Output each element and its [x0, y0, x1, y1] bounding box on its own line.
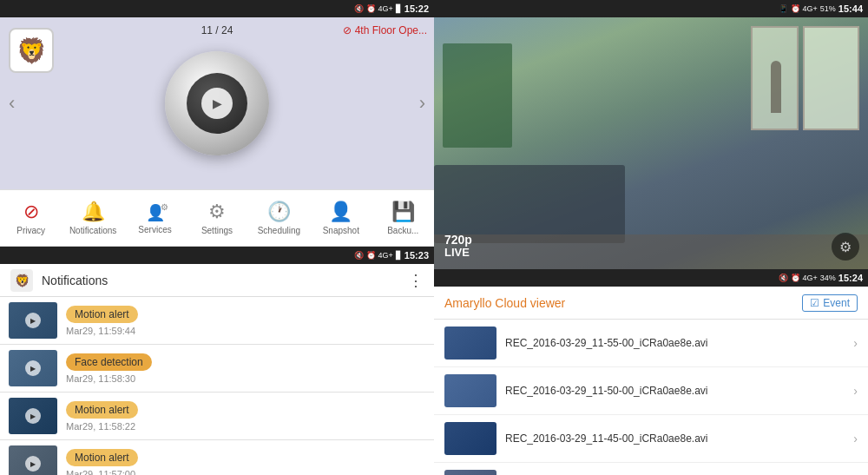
- snapshot-label: Snapshot: [323, 226, 359, 235]
- live-feed: 720p LIVE ⚙: [434, 17, 868, 269]
- snapshot-icon: 👤: [329, 201, 352, 223]
- notification-list: ▶ Motion alert Mar29, 11:59:44 ▶ Face de…: [0, 297, 434, 475]
- battery-icon-right-mid: 34%: [820, 274, 836, 282]
- battery-icon-left-top: ▊: [396, 4, 402, 13]
- notifications-menu-button[interactable]: ⋮: [408, 271, 424, 290]
- camera-counter: 11 / 24: [201, 24, 233, 36]
- notification-time: Mar29, 11:59:44: [66, 326, 425, 336]
- notification-time: Mar29, 11:58:22: [66, 421, 425, 432]
- toolbar-item-snapshot[interactable]: 👤 Snapshot: [317, 201, 365, 235]
- chevron-right-icon: ›: [853, 384, 858, 398]
- resolution-label: 720p: [444, 234, 472, 246]
- alert-badge: Face detection: [66, 353, 152, 371]
- notifications-header: 🦁 Notifications ⋮: [0, 264, 434, 297]
- list-item[interactable]: REC_2016-03-29_11-50-00_iCRa0ae8e.avi ›: [434, 367, 868, 415]
- thumb-play-icon: ▶: [25, 313, 41, 328]
- list-item[interactable]: ▶ Motion alert Mar29, 11:59:44: [0, 297, 434, 345]
- toolbar-item-scheduling[interactable]: 🕐 Scheduling: [255, 201, 303, 235]
- time-right-top: 15:44: [838, 3, 863, 14]
- recording-thumb: [444, 327, 496, 360]
- privacy-icon: ⊘: [23, 201, 39, 223]
- notification-thumb: ▶: [9, 445, 57, 475]
- cloud-header: Amaryllo Cloud viewer ☑ Event: [434, 287, 868, 320]
- event-label: Event: [823, 297, 850, 309]
- mute-icon-r: 🔇: [779, 274, 788, 282]
- backup-label: Backu...: [387, 226, 418, 235]
- toolbar-item-services[interactable]: 👤⚙ Services: [131, 202, 179, 234]
- right-panel: 📱 ⏰ 4G+ 51% 15:44: [434, 0, 868, 475]
- list-item[interactable]: REC_2016-03-29_11-55-00_iCRa0ae8e.avi ›: [434, 320, 868, 367]
- notifications-panel: 🦁 Notifications ⋮ ▶ Motion alert Mar29, …: [0, 264, 434, 475]
- alert-badge: Motion alert: [66, 306, 138, 323]
- recording-thumb: [444, 470, 496, 475]
- toolbar-item-backup[interactable]: 💾 Backu...: [379, 201, 427, 235]
- notification-content: Motion alert Mar29, 11:58:22: [66, 401, 425, 432]
- time-left-mid: 15:23: [404, 250, 429, 261]
- camera-view: 🦁 11 / 24 ⊘ 4th Floor Ope... ▶ ‹ ›: [0, 17, 434, 189]
- cloud-viewer: Amaryllo Cloud viewer ☑ Event REC_2016-0…: [434, 287, 868, 475]
- mute-icon: 🔇: [354, 4, 364, 13]
- list-item[interactable]: ▶ Motion alert Mar29, 11:57:00: [0, 440, 434, 475]
- scheduling-label: Scheduling: [258, 226, 300, 235]
- list-item[interactable]: REC_2016-03-29_11-40-00_iCRa0ae8e.avi ›: [434, 463, 868, 475]
- time-left-top: 15:22: [404, 3, 429, 14]
- alarm-icon-r: ⏰: [791, 274, 800, 282]
- play-button[interactable]: ▶: [201, 88, 233, 119]
- list-item[interactable]: REC_2016-03-29_11-45-00_iCRa0ae8e.avi ›: [434, 415, 868, 463]
- alert-badge: Motion alert: [66, 449, 138, 466]
- notification-content: Motion alert Mar29, 11:59:44: [66, 306, 425, 336]
- recording-filename: REC_2016-03-29_11-45-00_iCRa0ae8e.avi: [505, 432, 845, 445]
- privacy-label: Privacy: [16, 226, 45, 235]
- status-bar-left-mid: 🔇 ⏰ 4G+ ▊ 15:23: [0, 247, 434, 264]
- list-item[interactable]: ▶ Motion alert Mar29, 11:58:22: [0, 393, 434, 440]
- mute-icon-2: 🔇: [354, 251, 364, 260]
- signal-icon-r: 4G+: [803, 4, 818, 13]
- alarm-icon: ⏰: [366, 4, 376, 13]
- nav-prev-button[interactable]: ‹: [0, 83, 23, 123]
- notification-thumb: ▶: [9, 302, 57, 339]
- recording-list: REC_2016-03-29_11-55-00_iCRa0ae8e.avi › …: [434, 320, 868, 475]
- settings-gear-button[interactable]: ⚙: [832, 233, 859, 261]
- signal-icon: 4G+: [378, 4, 393, 13]
- notification-thumb: ▶: [9, 398, 57, 434]
- services-label: Services: [138, 225, 171, 234]
- notifications-title: Notifications: [42, 274, 399, 287]
- settings-icon: ⚙: [208, 201, 226, 223]
- alarm-icon-2: ⏰: [366, 251, 376, 260]
- status-bar-right-mid: 🔇 ⏰ 4G+ 34% 15:24: [434, 269, 868, 287]
- room-scene: [434, 17, 868, 269]
- chevron-right-icon: ›: [853, 336, 858, 350]
- thumb-play-icon: ▶: [25, 456, 41, 472]
- toolbar-item-notifications[interactable]: 🔔 Notifications: [69, 201, 117, 235]
- camera-name-label: 4th Floor Ope...: [355, 24, 427, 36]
- nav-next-button[interactable]: ›: [411, 83, 434, 123]
- event-filter-button[interactable]: ☑ Event: [802, 294, 858, 312]
- toolbar-item-settings[interactable]: ⚙ Settings: [193, 201, 240, 235]
- list-item[interactable]: ▶ Face detection Mar29, 11:58:30: [0, 345, 434, 393]
- left-panel: 🔇 ⏰ 4G+ ▊ 15:22 🦁 11 / 24 ⊘ 4th Floor Op…: [0, 0, 434, 475]
- signal-icon-2: 4G+: [378, 251, 393, 260]
- thumb-play-icon: ▶: [25, 360, 41, 376]
- stop-icon: ⊘: [343, 24, 352, 36]
- cloud-title: Amaryllo Cloud viewer: [444, 296, 795, 310]
- main-container: 🔇 ⏰ 4G+ ▊ 15:22 🦁 11 / 24 ⊘ 4th Floor Op…: [0, 0, 868, 475]
- time-right-mid: 15:24: [838, 273, 863, 283]
- camera-toolbar: ⊘ Privacy 🔔 Notifications 👤⚙ Services ⚙ …: [0, 189, 434, 247]
- toolbar-item-privacy[interactable]: ⊘ Privacy: [7, 201, 55, 235]
- camera-device[interactable]: ▶: [165, 51, 269, 155]
- notifications-icon: 🔔: [82, 201, 105, 223]
- battery-icon-right: 51%: [820, 4, 836, 13]
- notification-time: Mar29, 11:58:30: [66, 373, 425, 384]
- notification-thumb: ▶: [9, 350, 57, 386]
- recording-thumb: [444, 374, 496, 407]
- status-bar-right-top: 📱 ⏰ 4G+ 51% 15:44: [434, 0, 868, 17]
- app-logo: 🦁: [9, 28, 54, 73]
- chevron-right-icon: ›: [853, 432, 858, 445]
- notification-content: Motion alert Mar29, 11:57:00: [66, 449, 425, 476]
- recording-filename: REC_2016-03-29_11-50-00_iCRa0ae8e.avi: [505, 385, 845, 397]
- thumb-play-icon: ▶: [25, 408, 41, 424]
- camera-title: ⊘ 4th Floor Ope...: [343, 24, 427, 36]
- live-status-label: LIVE: [444, 246, 472, 259]
- status-bar-left-top: 🔇 ⏰ 4G+ ▊ 15:22: [0, 0, 434, 17]
- alert-badge: Motion alert: [66, 401, 138, 419]
